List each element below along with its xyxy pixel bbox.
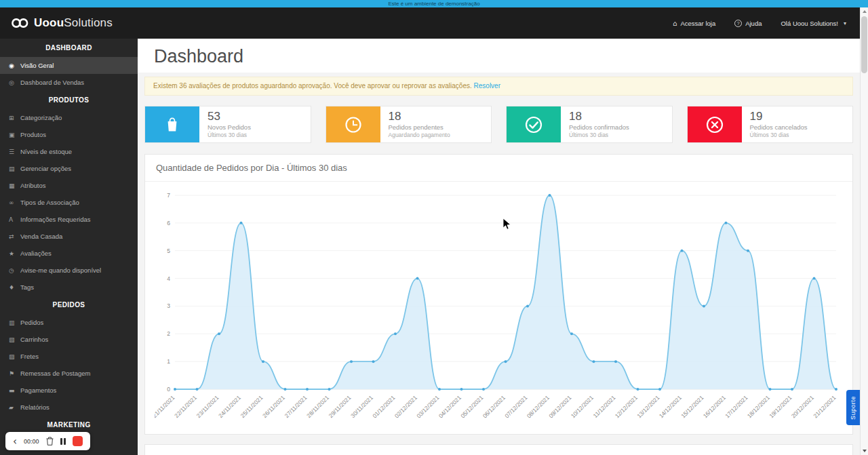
sitemap-icon: ⊞ xyxy=(9,115,20,121)
stat-value: 53 xyxy=(208,110,251,123)
sidebar-item-label: Níveis de estoque xyxy=(20,148,72,155)
report-chart-icon: ▰ xyxy=(9,404,20,411)
sidebar-item-label: Carrinhos xyxy=(20,336,48,343)
clock-icon xyxy=(326,106,380,142)
sidebar-section-title: PRODUTOS xyxy=(0,91,138,109)
svg-text:18/12/2021: 18/12/2021 xyxy=(746,394,771,419)
credit-card-icon: ▬ xyxy=(9,387,20,394)
sidebar-item-carrinhos[interactable]: ▧Carrinhos xyxy=(0,331,138,348)
sidebar-item-fretes[interactable]: ▨Fretes xyxy=(0,348,138,365)
svg-text:03/12/2021: 03/12/2021 xyxy=(415,394,440,419)
page-title: Dashboard xyxy=(154,45,844,67)
orders-per-day-chart[interactable]: 0123456721/11/202122/11/202123/11/202124… xyxy=(145,182,852,434)
layers-icon: ☰ xyxy=(9,149,20,155)
sidebar-item-avaliacoes[interactable]: ★Avaliações xyxy=(0,245,138,262)
page-header: Dashboard xyxy=(138,39,860,73)
table-icon: ▦ xyxy=(9,182,20,189)
sidebar-item-atributos[interactable]: ▦Atributos xyxy=(0,177,138,194)
logo[interactable]: UoouSolutions xyxy=(11,16,113,30)
check-circle-icon xyxy=(507,106,561,142)
chevron-down-icon: ▾ xyxy=(844,20,846,26)
stat-body: 18Pedidos pendentesAguardando pagamento xyxy=(380,106,458,142)
svg-text:16/12/2021: 16/12/2021 xyxy=(702,394,727,419)
sidebar-section-title: MARKETING xyxy=(0,416,138,434)
sidebar-item-niveis-de-estoque[interactable]: ☰Níveis de estoque xyxy=(0,143,138,160)
sidebar-item-pagamentos[interactable]: ▬Pagamentos xyxy=(0,382,138,399)
stat-body: 53Novos PedidosÚltimos 30 dias xyxy=(199,106,259,142)
sidebar-item-label: Produtos xyxy=(20,131,46,138)
svg-text:30/11/2021: 30/11/2021 xyxy=(349,394,374,419)
resolve-link[interactable]: Resolver xyxy=(474,82,500,90)
svg-text:6: 6 xyxy=(167,220,170,226)
svg-text:12/12/2021: 12/12/2021 xyxy=(614,394,639,419)
svg-text:15/12/2021: 15/12/2021 xyxy=(679,394,705,419)
sidebar-item-pedidos[interactable]: ▥Pedidos xyxy=(0,314,138,331)
sidebar-item-visao-geral[interactable]: ◉Visão Geral xyxy=(0,57,138,74)
scroll-up-button[interactable] xyxy=(861,7,868,16)
sidebar-item-tipos-de-associacao[interactable]: ∞Tipos de Associação xyxy=(0,194,138,211)
sidebar-item-categorizacao[interactable]: ⊞Categorização xyxy=(0,109,138,126)
logo-text: UoouSolutions xyxy=(34,16,113,30)
stat-value: 19 xyxy=(750,110,808,123)
font-icon: A xyxy=(9,216,20,223)
sidebar-item-label: Atributos xyxy=(20,182,46,189)
options-list-icon: ▤ xyxy=(9,165,20,172)
nav-access-store[interactable]: ⌂ Acessar loja xyxy=(673,20,715,27)
sidebar-item-relatorios[interactable]: ▰Relatórios xyxy=(0,399,138,416)
orders-per-day-title: Quantidade de Pedidos por Dia - Últimos … xyxy=(145,155,852,182)
svg-text:5: 5 xyxy=(167,248,170,254)
gauge-icon: ◉ xyxy=(9,62,20,69)
shuffle-icon: ⇄ xyxy=(9,233,20,240)
logo-rings-icon xyxy=(11,17,29,29)
support-tab[interactable]: Suporte xyxy=(846,390,860,425)
stat-sublabel: Últimos 30 dias xyxy=(750,132,808,138)
recorder-back-button[interactable]: ‹ xyxy=(13,437,17,446)
sidebar-item-label: Informações Requeridas xyxy=(20,216,91,223)
user-menu[interactable]: Olá Uoou Solutions! ▾ xyxy=(781,20,846,27)
sidebar-item-venda-casada[interactable]: ⇄Venda Casada xyxy=(0,228,138,245)
trash-icon[interactable] xyxy=(46,437,54,446)
sidebar-item-tags[interactable]: ♦Tags xyxy=(0,279,138,296)
sidebar-item-label: Visão Geral xyxy=(20,62,54,69)
sidebar-item-informacoes-requeridas[interactable]: AInformações Requeridas xyxy=(0,211,138,228)
sidebar-section-title: DASHBOARD xyxy=(0,39,138,57)
svg-text:3: 3 xyxy=(167,302,170,309)
sidebar-item-gerenciar-opcoes[interactable]: ▤Gerenciar opções xyxy=(0,160,138,177)
sidebar-item-avise-me[interactable]: ◷Avise-me quando disponível xyxy=(0,262,138,279)
shopping-cart-icon: ▧ xyxy=(9,336,20,343)
svg-text:29/11/2021: 29/11/2021 xyxy=(328,394,353,419)
stat-sublabel: Últimos 30 dias xyxy=(208,132,251,138)
stat-label: Novos Pedidos xyxy=(208,123,251,131)
svg-text:2: 2 xyxy=(167,330,170,337)
sidebar-item-label: Pedidos xyxy=(20,319,43,326)
page-scrollbar[interactable] xyxy=(860,7,868,455)
svg-text:27/11/2021: 27/11/2021 xyxy=(283,394,309,419)
stat-label: Pedidos confirmados xyxy=(569,123,629,131)
svg-text:4: 4 xyxy=(167,275,170,282)
svg-text:05/12/2021: 05/12/2021 xyxy=(459,394,484,419)
sidebar-item-produtos[interactable]: ▣Produtos xyxy=(0,126,138,143)
sidebar-item-label: Dashboard de Vendas xyxy=(20,79,84,86)
scroll-down-icon xyxy=(863,450,867,452)
svg-text:14/12/2021: 14/12/2021 xyxy=(658,394,683,419)
stop-record-button[interactable] xyxy=(73,436,83,446)
pending-reviews-alert: Existem 36 avaliações de produtos aguard… xyxy=(144,77,853,96)
svg-text:7: 7 xyxy=(167,192,170,199)
stat-sublabel: Aguardando pagamento xyxy=(389,132,450,138)
scroll-down-button[interactable] xyxy=(861,447,868,455)
orders-value-per-month-card: Valor Total em Pedidos por Mês xyxy=(144,444,853,455)
stat-card-pedidos-cancelados: 19Pedidos canceladosÚltimos 30 dias xyxy=(687,106,854,143)
sidebar-item-remessas-de-postagem[interactable]: ⚑Remessas de Postagem xyxy=(0,365,138,382)
shipping-flag-icon: ⚑ xyxy=(9,370,20,377)
stat-body: 18Pedidos confirmadosÚltimos 30 dias xyxy=(561,106,637,142)
scrollbar-thumb[interactable] xyxy=(861,16,867,73)
stat-value: 18 xyxy=(389,110,450,123)
sidebar-nav: DASHBOARD◉Visão Geral◎Dashboard de Venda… xyxy=(0,39,138,434)
sidebar-item-dashboard-de-vendas[interactable]: ◎Dashboard de Vendas xyxy=(0,74,138,91)
main-content: Dashboard Existem 36 avaliações de produ… xyxy=(138,39,860,455)
nav-help[interactable]: ? Ajuda xyxy=(734,20,762,27)
svg-text:1: 1 xyxy=(167,358,170,365)
tag-icon: ♦ xyxy=(9,284,20,291)
truck-icon: ▨ xyxy=(9,353,20,360)
pause-button[interactable] xyxy=(60,438,66,445)
